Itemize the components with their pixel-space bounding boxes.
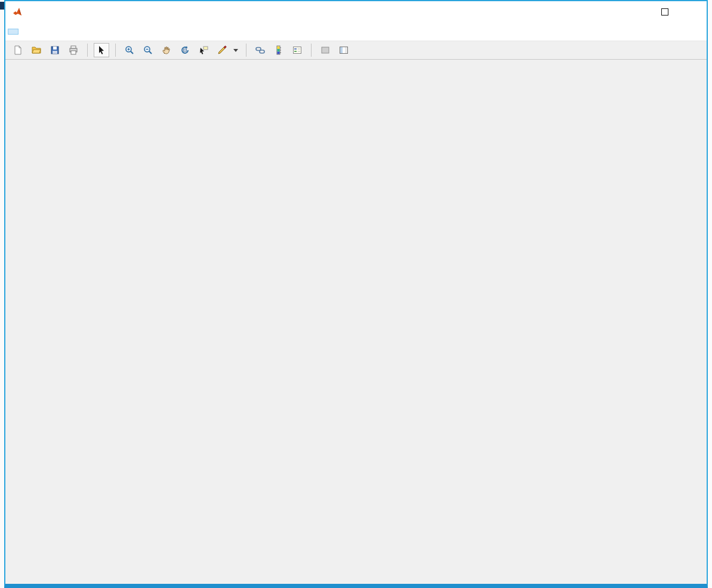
rotate-3d-button[interactable] [177,43,193,57]
chain-link-icon [255,45,265,55]
figure-area [5,60,707,584]
print-figure-button[interactable] [66,43,81,57]
new-document-icon [13,45,23,55]
zoom-in-icon [125,45,134,55]
zoom-in-button[interactable] [122,43,137,57]
printer-icon [69,45,78,55]
matlab-icon [13,7,22,17]
data-cursor-icon [199,45,208,55]
legend-icon [292,45,302,55]
save-figure-button[interactable] [47,43,63,57]
menu-window[interactable] [72,29,83,35]
hand-icon [162,45,171,55]
figure-toolbar [5,41,707,60]
rotate-3d-icon [180,45,190,55]
edit-plot-button[interactable] [94,43,109,57]
show-plot-tools-button[interactable] [336,43,352,57]
menubar [5,23,707,41]
colorbar-icon [274,45,283,55]
menu-desktop[interactable] [61,29,72,35]
pan-button[interactable] [159,43,174,57]
window-controls [622,1,707,23]
menu-edit[interactable] [19,29,29,35]
zoom-out-button[interactable] [140,43,156,57]
minimize-button[interactable] [622,1,651,23]
insert-legend-button[interactable] [289,43,305,57]
background-edge-left [0,0,4,588]
new-figure-button[interactable] [10,43,26,57]
save-floppy-icon [50,45,60,55]
open-folder-icon [32,45,41,55]
brush-dropdown-button[interactable] [233,43,240,57]
toolbar-separator [87,44,88,57]
figure-canvas[interactable] [5,60,184,149]
hide-plot-tools-icon [320,45,330,55]
figure-window [4,0,708,588]
maximize-icon [661,8,668,16]
desktop-background [0,0,712,588]
insert-colorbar-button[interactable] [271,43,286,57]
toolbar-separator [246,44,246,57]
chevron-down-icon [233,49,238,52]
hide-plot-tools-button[interactable] [318,43,333,57]
maximize-button[interactable] [651,1,679,23]
background-app-icon [0,2,4,10]
menu-view[interactable] [29,29,40,35]
menu-help[interactable] [83,29,94,35]
titlebar[interactable] [5,1,707,23]
close-button[interactable] [679,1,707,23]
zoom-out-icon [143,45,153,55]
data-cursor-button[interactable] [196,43,211,57]
show-plot-tools-icon [339,45,349,55]
background-edge-right [708,0,712,588]
link-plots-button[interactable] [252,43,268,57]
toolbar-separator [311,44,312,57]
pointer-arrow-icon [97,45,106,55]
menu-insert[interactable] [40,29,51,35]
toolbar-separator [115,44,116,57]
brush-data-button[interactable] [214,43,230,57]
open-file-button[interactable] [29,43,44,57]
brush-icon [217,45,227,55]
menu-tools[interactable] [51,29,61,35]
menu-file[interactable] [8,29,19,35]
